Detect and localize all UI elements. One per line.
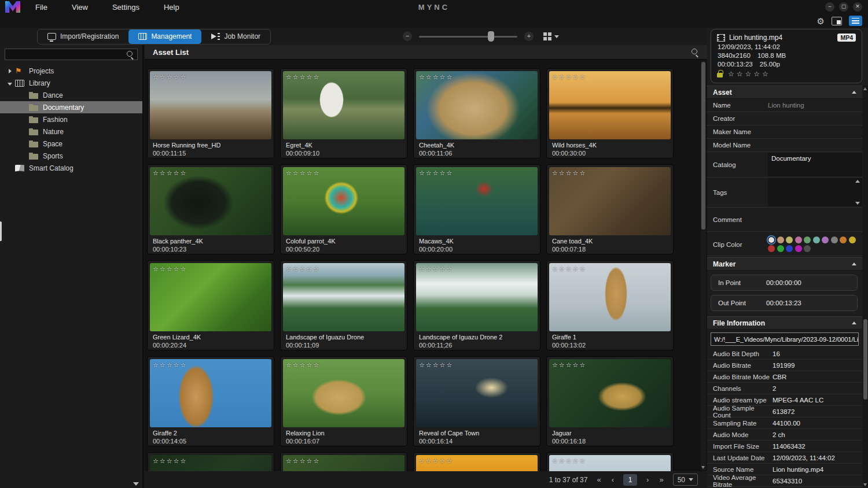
asset-thumbnail[interactable] [283,359,404,427]
asset-thumbnail[interactable] [150,359,271,427]
selected-rating-stars[interactable]: ☆☆☆☆☆ [728,70,771,78]
tree-caret[interactable] [6,79,14,87]
clip-color-swatch[interactable] [777,245,784,252]
sidebar-search-input[interactable] [5,50,126,58]
asset-card[interactable]: ☆☆☆☆☆ [546,452,674,471]
scroll-up-icon[interactable] [863,87,867,90]
prev-page-button[interactable]: ‹ [610,475,615,484]
asset-thumbnail[interactable] [150,71,271,139]
first-page-button[interactable]: « [595,475,602,484]
asset-rating-stars[interactable]: ☆☆☆☆☆ [286,457,320,465]
asset-card[interactable]: ☆☆☆☆☆ Macaws_4K 00:00:20:00 [413,164,540,254]
clip-color-swatch[interactable] [849,236,856,243]
asset-thumbnail[interactable] [549,71,671,139]
asset-rating-stars[interactable]: ☆☆☆☆☆ [153,73,187,81]
asset-card[interactable]: ☆☆☆☆☆ Reveal of Cape Town 00:00:16:14 [413,356,540,446]
clip-color-swatch[interactable] [822,236,829,243]
asset-rating-stars[interactable]: ☆☆☆☆☆ [419,457,453,465]
page-size-select[interactable]: 50 [673,474,698,486]
asset-rating-stars[interactable]: ☆☆☆☆☆ [286,361,320,369]
asset-thumbnail[interactable] [416,263,538,331]
menu-item[interactable]: File [32,1,51,13]
scrollbar-thumb[interactable] [701,62,705,230]
tab-import-registration[interactable]: Import/Registration [38,29,128,44]
asset-card[interactable]: ☆☆☆☆☆ [413,452,540,471]
asset-search-icon[interactable] [691,48,699,56]
sidebar-item-smart-catalog[interactable]: Smart Catalog [0,162,142,174]
clip-color-swatch[interactable] [768,237,774,243]
sidebar-item-space[interactable]: Space [0,138,142,150]
sidebar-item-library[interactable]: Library [0,77,142,89]
view-mode-button[interactable] [540,29,564,43]
field-row-catalog[interactable]: Catalog Documentary [707,152,862,178]
asset-card[interactable]: ☆☆☆☆☆ Cane toad_4K 00:00:07:18 [546,164,674,254]
scroll-down-icon[interactable] [863,483,867,486]
scroll-down-icon[interactable] [701,466,705,469]
asset-grid-scrollbar[interactable] [701,61,706,470]
asset-card[interactable]: ☆☆☆☆☆ Coloful parrot_4K 00:00:50:20 [280,164,407,254]
sidebar-item-fashion[interactable]: Fashion [0,113,142,125]
clip-color-swatch[interactable] [795,245,802,252]
asset-thumbnail[interactable] [283,167,404,235]
asset-thumbnail[interactable] [150,167,271,235]
tree-caret[interactable] [6,67,14,75]
tab-job-monitor[interactable]: Job Monitor [201,29,270,44]
field-row-creator[interactable]: Creator [707,112,862,125]
sidebar-item-dance[interactable]: Dance [0,89,142,101]
field-row-name[interactable]: Name Lion hunting [707,99,862,112]
asset-thumbnail[interactable] [416,167,538,235]
asset-card[interactable]: ☆☆☆☆☆ [280,452,407,471]
file-path-field[interactable]: W:/!___E_Videos/Mync/Library/2023-09-12/… [711,332,859,346]
lock-icon[interactable] [717,73,723,77]
tree-scroll-down-icon[interactable] [133,482,139,486]
settings-gear-icon[interactable]: ⚙ [817,17,825,25]
asset-rating-stars[interactable]: ☆☆☆☆☆ [552,361,586,369]
asset-thumbnail[interactable] [549,167,671,235]
clip-color-swatch[interactable] [786,236,793,243]
asset-card[interactable]: ☆☆☆☆☆ Cheetah_4K 00:00:11:06 [413,68,540,158]
current-page-box[interactable]: 1 [623,474,637,486]
asset-card[interactable]: ☆☆☆☆☆ Jaguar 00:00:16:18 [546,356,674,446]
zoom-out-button[interactable]: − [403,32,412,41]
asset-thumbnail[interactable] [416,359,538,427]
out-point-box[interactable]: Out Point 00:00:13:23 [711,295,858,311]
menu-item[interactable]: View [68,1,91,13]
asset-thumbnail[interactable] [150,263,271,331]
zoom-in-button[interactable]: + [524,32,534,41]
clip-color-swatch[interactable] [804,245,811,252]
preview-panel-toggle-icon[interactable] [832,17,842,25]
clip-color-swatch[interactable] [786,245,793,252]
inspector-scrollbar[interactable] [863,86,868,488]
next-page-button[interactable]: › [645,475,650,484]
sidebar-collapse-handle[interactable] [0,221,2,241]
asset-card[interactable]: ☆☆☆☆☆ Horse Running free_HD 00:00:11:15 [147,68,274,158]
asset-rating-stars[interactable]: ☆☆☆☆☆ [286,73,320,81]
scrollbar-thumb[interactable] [863,319,867,400]
field-row-model-name[interactable]: Model Name [707,139,862,152]
in-point-box[interactable]: In Point 00:00:00:00 [711,275,858,291]
clip-color-swatch[interactable] [768,245,775,252]
menu-item[interactable]: Settings [109,1,143,13]
last-page-button[interactable]: » [658,475,664,484]
asset-thumbnail[interactable] [283,71,404,139]
field-value[interactable] [768,178,862,206]
sidebar-item-sports[interactable]: Sports [0,150,142,162]
asset-rating-stars[interactable]: ☆☆☆☆☆ [419,361,453,369]
clip-color-swatch[interactable] [840,236,847,243]
asset-rating-stars[interactable]: ☆☆☆☆☆ [552,457,586,465]
field-row-comment[interactable]: Comment [707,208,862,232]
minimize-button[interactable]: – [825,2,834,12]
menu-item[interactable]: Help [160,1,183,13]
asset-rating-stars[interactable]: ☆☆☆☆☆ [552,265,586,273]
clip-color-swatch[interactable] [777,236,784,243]
maximize-button[interactable]: ▢ [839,2,848,12]
close-button[interactable]: ✕ [853,2,862,12]
asset-thumbnail[interactable] [416,71,538,139]
asset-rating-stars[interactable]: ☆☆☆☆☆ [153,169,187,177]
zoom-slider[interactable] [419,36,517,38]
asset-card[interactable]: ☆☆☆☆☆ Wild horses_4K 00:00:30:00 [546,68,674,158]
tab-management[interactable]: Management [128,29,201,44]
sidebar-item-nature[interactable]: Nature [0,125,142,138]
asset-rating-stars[interactable]: ☆☆☆☆☆ [419,265,453,273]
file-info-section-header[interactable]: File Information [707,316,862,330]
